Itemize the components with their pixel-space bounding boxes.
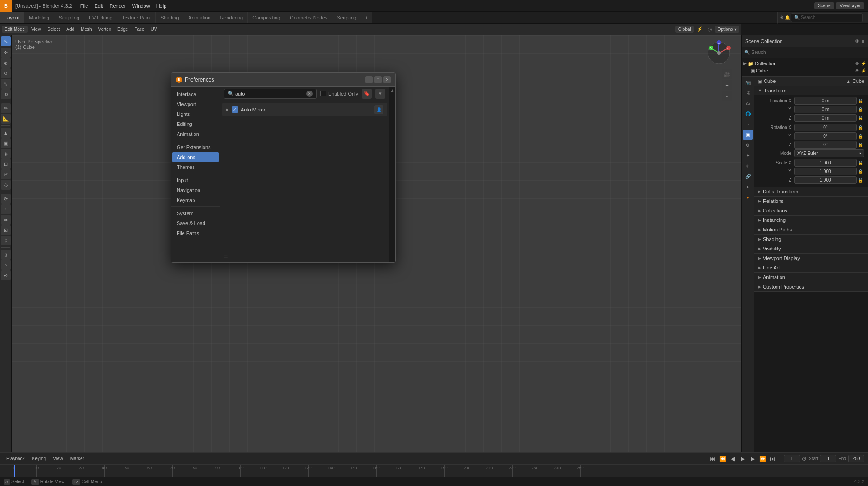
tool-scale[interactable]: ⤡ bbox=[1, 79, 11, 89]
viewport-uv-menu[interactable]: UV bbox=[148, 26, 160, 33]
prop-tab-world[interactable]: ○ bbox=[743, 119, 753, 129]
next-frame-btn[interactable]: ▶ bbox=[748, 455, 756, 463]
visibility-section[interactable]: ▶ Visibility bbox=[754, 244, 868, 254]
tab-shading[interactable]: Shading bbox=[156, 12, 184, 23]
menu-edit[interactable]: Edit bbox=[92, 2, 106, 10]
scroll-up-arrow[interactable]: ▲ bbox=[389, 87, 395, 94]
line-art-section[interactable]: ▶ Line Art bbox=[754, 263, 868, 273]
prefs-nav-keymap[interactable]: Keymap bbox=[172, 195, 219, 205]
next-keyframe-btn[interactable]: ⏩ bbox=[758, 455, 766, 463]
timeline-scrubber[interactable]: 1 10 20 30 40 50 60 70 80 90 100 110 120… bbox=[0, 465, 868, 477]
rotation-y-value[interactable]: 0° bbox=[794, 132, 857, 140]
prop-tab-physics[interactable]: ⚛ bbox=[743, 161, 753, 171]
play-pause-btn[interactable]: ▶ bbox=[738, 455, 747, 463]
tab-rendering[interactable]: Rendering bbox=[215, 12, 248, 23]
transform-header[interactable]: ▼ Transform bbox=[754, 86, 868, 95]
tool-bevel[interactable]: ◈ bbox=[1, 149, 11, 159]
viewport-select-menu[interactable]: Select bbox=[45, 26, 63, 33]
scale-z-value[interactable]: 1.000 bbox=[794, 176, 857, 184]
current-frame-input[interactable]: 1 bbox=[784, 455, 800, 462]
mode-selector[interactable]: Edit Mode bbox=[2, 26, 28, 33]
prop-tab-modifiers[interactable]: ⚙ bbox=[743, 140, 753, 150]
prefs-maximize-btn[interactable]: □ bbox=[374, 76, 382, 83]
rotation-x-lock[interactable]: 🔓 bbox=[857, 125, 864, 130]
instancing-section[interactable]: ▶ Instancing bbox=[754, 216, 868, 225]
snap-toggle[interactable]: ⚡ bbox=[695, 25, 705, 33]
scale-y-value[interactable]: 1.000 bbox=[794, 168, 857, 175]
frame-start-input[interactable]: 1 bbox=[820, 455, 836, 462]
prefs-bookmark-btn[interactable]: 🔖 bbox=[362, 89, 372, 99]
outliner-search-input[interactable] bbox=[752, 50, 865, 55]
prefs-nav-save-load[interactable]: Save & Load bbox=[172, 218, 219, 228]
relations-section[interactable]: ▶ Relations bbox=[754, 197, 868, 206]
tool-annotate[interactable]: ✏ bbox=[1, 103, 11, 113]
location-z-value[interactable]: 0 m bbox=[794, 114, 857, 122]
prop-tab-output[interactable]: 🖨 bbox=[743, 88, 753, 98]
scene-selector[interactable]: Scene bbox=[814, 2, 834, 9]
rotation-mode-select[interactable]: XYZ Euler ▾ bbox=[794, 149, 864, 157]
prefs-scroll[interactable]: ▲ bbox=[389, 87, 395, 262]
enabled-only-checkbox[interactable] bbox=[320, 91, 326, 96]
tool-inset[interactable]: ▣ bbox=[1, 138, 11, 148]
prefs-nav-lights[interactable]: Lights bbox=[172, 109, 219, 119]
tool-knife[interactable]: ✂ bbox=[1, 169, 11, 179]
prop-tab-data[interactable]: ▲ bbox=[743, 182, 753, 192]
tab-sculpting[interactable]: Sculpting bbox=[54, 12, 84, 23]
shading-section[interactable]: ▶ Shading bbox=[754, 235, 868, 244]
menu-file[interactable]: File bbox=[78, 2, 91, 10]
tool-rotate[interactable]: ↺ bbox=[1, 68, 11, 78]
prefs-nav-viewport[interactable]: Viewport bbox=[172, 99, 219, 109]
filter-icon[interactable]: ≡ bbox=[863, 15, 866, 20]
prefs-nav-addons[interactable]: Add-ons bbox=[172, 152, 219, 162]
tool-select[interactable]: ↖ bbox=[1, 36, 11, 46]
cube-render-icon[interactable]: ⚡ bbox=[861, 68, 866, 73]
tab-uv-editing[interactable]: UV Editing bbox=[84, 12, 117, 23]
rotation-x-value[interactable]: 0° bbox=[794, 124, 857, 131]
prefs-nav-get-extensions[interactable]: Get Extensions bbox=[172, 142, 219, 152]
addon-user-icon[interactable]: 👤 bbox=[374, 105, 383, 114]
tool-shrink[interactable]: ⊡ bbox=[1, 225, 11, 235]
prefs-enabled-only[interactable]: Enabled Only bbox=[320, 91, 358, 96]
prop-tab-particles[interactable]: ✦ bbox=[743, 150, 753, 160]
scale-y-lock[interactable]: 🔓 bbox=[857, 169, 864, 174]
outliner-filter-icon[interactable]: ≡ bbox=[862, 38, 864, 44]
zoom-out[interactable]: - bbox=[722, 91, 732, 101]
tab-texture-paint[interactable]: Texture Paint bbox=[117, 12, 156, 23]
prefs-nav-themes[interactable]: Themes bbox=[172, 162, 219, 172]
cube-vis-icon[interactable]: 👁 bbox=[855, 68, 859, 73]
prefs-nav-input[interactable]: Input bbox=[172, 175, 219, 185]
tab-add[interactable]: + bbox=[361, 12, 371, 23]
location-x-lock[interactable]: 🔓 bbox=[857, 99, 864, 103]
tab-scripting[interactable]: Scripting bbox=[332, 12, 361, 23]
viewport-display-section[interactable]: ▶ Viewport Display bbox=[754, 254, 868, 263]
scale-x-lock[interactable]: 🔓 bbox=[857, 161, 864, 165]
menu-help[interactable]: Help bbox=[154, 2, 170, 10]
outliner-cube-item[interactable]: ▣ Cube 👁 ⚡ bbox=[742, 67, 868, 74]
transform-selector[interactable]: Global bbox=[675, 26, 694, 33]
prev-frame-btn[interactable]: ◀ bbox=[728, 455, 737, 463]
motion-paths-section[interactable]: ▶ Motion Paths bbox=[754, 225, 868, 235]
prefs-nav-navigation[interactable]: Navigation bbox=[172, 185, 219, 195]
marker-menu[interactable]: Marker bbox=[68, 455, 87, 462]
location-x-value[interactable]: 0 m bbox=[794, 97, 857, 105]
menu-window[interactable]: Window bbox=[130, 2, 153, 10]
scale-x-value[interactable]: 1.000 bbox=[794, 159, 857, 167]
prefs-nav-system[interactable]: System bbox=[172, 208, 219, 218]
tool-spin[interactable]: ⟳ bbox=[1, 194, 11, 204]
prefs-nav-animation[interactable]: Animation bbox=[172, 129, 219, 139]
tool-shear[interactable]: ⧖ bbox=[1, 250, 11, 260]
viewlayer-selector[interactable]: ViewLayer bbox=[836, 2, 864, 9]
viewport-edge-menu[interactable]: Edge bbox=[115, 26, 131, 33]
tab-modeling[interactable]: Modeling bbox=[24, 12, 54, 23]
frame-end-input[interactable]: 250 bbox=[848, 455, 864, 462]
prop-tab-material[interactable]: ● bbox=[743, 192, 753, 202]
collection-render-icon[interactable]: ⚡ bbox=[861, 61, 866, 66]
tool-extrude[interactable]: ▲ bbox=[1, 128, 11, 138]
viewport-add-menu[interactable]: Add bbox=[63, 26, 77, 33]
animation-section[interactable]: ▶ Animation bbox=[754, 273, 868, 282]
search-box-top-right[interactable]: 🔍 Search bbox=[791, 13, 863, 22]
prefs-close-btn[interactable]: ✕ bbox=[383, 76, 391, 83]
tab-geometry-nodes[interactable]: Geometry Nodes bbox=[285, 12, 332, 23]
tool-rip-region[interactable]: ※ bbox=[1, 270, 11, 280]
tool-cursor[interactable]: ✛ bbox=[1, 48, 11, 58]
